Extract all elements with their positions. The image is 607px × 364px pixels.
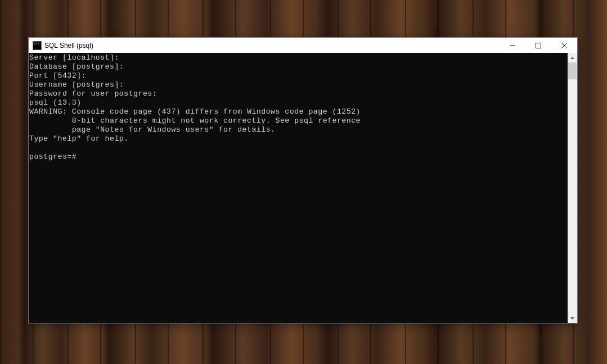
window-controls: [500, 38, 577, 53]
scroll-up-arrow[interactable]: [568, 53, 577, 62]
app-icon: [33, 41, 42, 50]
terminal-container: Server [localhost]: Database [postgres]:…: [29, 53, 577, 323]
scrollbar-thumb[interactable]: [568, 62, 577, 79]
sql-shell-window: SQL Shell (psql) Server [localhost]: Dat: [28, 37, 578, 323]
scroll-down-arrow[interactable]: [568, 313, 577, 323]
close-icon: [561, 43, 567, 48]
svg-marker-4: [570, 57, 574, 59]
terminal-output[interactable]: Server [localhost]: Database [postgres]:…: [29, 53, 568, 323]
maximize-button[interactable]: [525, 38, 551, 53]
minimize-icon: [510, 43, 515, 48]
svg-rect-1: [536, 43, 541, 48]
title-bar[interactable]: SQL Shell (psql): [29, 38, 577, 53]
minimize-button[interactable]: [500, 38, 525, 53]
close-button[interactable]: [551, 38, 577, 53]
svg-marker-5: [570, 317, 574, 320]
vertical-scrollbar[interactable]: [568, 53, 577, 323]
maximize-icon: [536, 43, 541, 48]
window-title: SQL Shell (psql): [44, 42, 93, 50]
